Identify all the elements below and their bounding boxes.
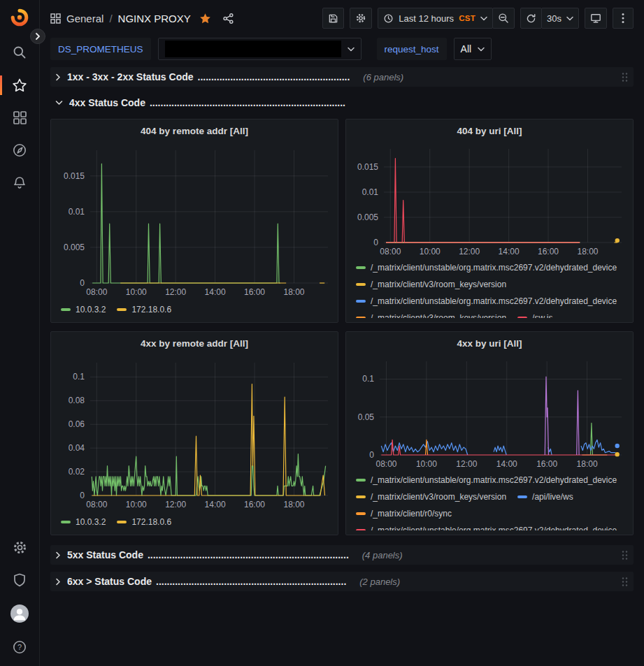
refresh-interval-picker[interactable]: 30s — [541, 8, 579, 29]
timeseries-chart-404-by-uri[interactable]: 00.0050.010.01508:0010:0012:0014:0016:00… — [352, 140, 629, 259]
help-circle-icon: ? — [12, 639, 27, 655]
legend-item[interactable]: /api/live/ws — [517, 488, 573, 505]
legend-series-label: /_matrix/client/unstable/org.matrix.msc2… — [371, 263, 617, 273]
legend-item[interactable]: /_matrix/client/unstable/org.matrix.msc2… — [356, 472, 617, 488]
legend-item[interactable]: /sw.js — [517, 310, 552, 318]
save-dashboard-button[interactable] — [322, 8, 344, 29]
legend-item[interactable]: /_matrix/client/r0/sync — [356, 505, 452, 522]
legend-series-swatch — [117, 308, 127, 311]
svg-text:0: 0 — [80, 491, 85, 500]
shield-icon — [12, 572, 27, 588]
timeseries-chart-4xx-by-remote-addr[interactable]: 00.020.040.060.080.108:0010:0012:0014:00… — [57, 353, 334, 514]
svg-text:10:00: 10:00 — [416, 459, 437, 469]
legend-item[interactable]: 172.18.0.6 — [117, 514, 171, 530]
svg-text:0: 0 — [373, 238, 378, 247]
svg-text:0.05: 0.05 — [358, 412, 375, 422]
svg-text:14:00: 14:00 — [205, 500, 226, 509]
panel-title[interactable]: 4xx by remote addr [All] — [57, 335, 332, 353]
legend-series-swatch — [117, 521, 127, 523]
dashboard-settings-button[interactable] — [350, 8, 372, 29]
svg-text:08:00: 08:00 — [375, 459, 396, 469]
legend-series-swatch — [517, 495, 527, 498]
dashboard-row-4xx[interactable]: 4xx Status Code ........................… — [50, 94, 634, 112]
legend-item[interactable]: /_matrix/client/unstable/org.matrix.msc2… — [356, 293, 617, 310]
panel-4xx-by-remote-addr: 4xx by remote addr [All] 00.020.040.060.… — [50, 331, 338, 535]
legend-item[interactable]: /_matrix/client/unstable/org.matrix.msc2… — [356, 259, 617, 276]
panel-title[interactable]: 404 by uri [All] — [352, 122, 627, 140]
sidebar-item-explore[interactable] — [0, 143, 39, 158]
chevron-down-icon — [478, 47, 485, 52]
legend-item[interactable]: /_matrix/client/unstable/org.matrix.msc2… — [356, 522, 617, 530]
svg-text:0.04: 0.04 — [69, 443, 85, 453]
legend-series-swatch — [517, 317, 527, 318]
panel-title[interactable]: 4xx by uri [All] — [352, 335, 627, 353]
sidebar-item-configuration[interactable] — [0, 540, 39, 556]
legend-series-label: 172.18.0.6 — [131, 305, 171, 314]
legend-item[interactable]: /_matrix/client/v3/room_keys/version — [356, 310, 506, 318]
sidebar-item-search[interactable] — [0, 45, 39, 60]
row-drag-handle[interactable] — [622, 550, 628, 560]
gear-icon — [12, 540, 28, 556]
dashboard-row-1xx-3xx-2xx[interactable]: 1xx - 3xx - 2xx Status Code ............… — [50, 67, 634, 87]
variable-label-request-host[interactable]: request_host — [377, 38, 447, 60]
more-options-button[interactable] — [613, 8, 634, 29]
legend-item[interactable]: /_matrix/client/v3/room_keys/version — [356, 488, 506, 505]
panel-title[interactable]: 404 by remote addr [All] — [57, 122, 332, 140]
sidebar-item-starred[interactable] — [0, 78, 39, 93]
sidebar-item-dashboards[interactable] — [0, 110, 39, 125]
dashboard-row-6xx[interactable]: 6xx > Status Code ......................… — [50, 572, 634, 591]
legend-series-label: 10.0.3.2 — [76, 517, 106, 527]
sidebar-expand-button[interactable] — [30, 29, 45, 44]
row-title: 6xx > Status Code — [67, 576, 152, 587]
svg-text:10:00: 10:00 — [126, 500, 147, 509]
breadcrumb-folder[interactable]: General — [66, 13, 103, 24]
sidebar-item-alerting[interactable] — [0, 175, 39, 191]
panel-404-by-remote-addr: 404 by remote addr [All] 00.0050.010.015… — [50, 119, 338, 323]
sidebar-item-server-admin[interactable] — [0, 572, 39, 588]
time-range-picker[interactable]: Last 12 hours CST — [378, 8, 493, 29]
svg-text:0: 0 — [369, 450, 374, 460]
svg-text:12:00: 12:00 — [456, 459, 477, 469]
refresh-button[interactable] — [520, 8, 542, 29]
row-title-dots: ........................................… — [148, 549, 349, 560]
svg-text:0.015: 0.015 — [357, 162, 378, 172]
legend-item[interactable]: 10.0.3.2 — [61, 301, 106, 318]
svg-text:12:00: 12:00 — [165, 287, 186, 297]
variable-label-ds-prometheus[interactable]: DS_PROMETHEUS — [50, 38, 151, 60]
star-icon — [12, 78, 27, 93]
row-drag-handle[interactable] — [622, 577, 628, 587]
timeseries-chart-404-by-remote-addr[interactable]: 00.0050.010.01508:0010:0012:0014:0016:00… — [57, 140, 334, 301]
svg-text:16:00: 16:00 — [538, 247, 559, 256]
datasource-select[interactable] — [158, 38, 362, 60]
tv-mode-button[interactable] — [585, 8, 607, 29]
breadcrumb-dashboard-title[interactable]: NGINX PROXY — [118, 13, 191, 24]
grafana-logo-icon[interactable] — [10, 8, 29, 27]
legend-item[interactable]: 172.18.0.6 — [117, 301, 171, 318]
sidebar-item-profile[interactable] — [0, 605, 39, 623]
share-icon[interactable] — [222, 13, 234, 24]
svg-text:?: ? — [17, 643, 22, 651]
row-drag-handle[interactable] — [622, 72, 628, 82]
svg-text:0.1: 0.1 — [362, 374, 374, 384]
sidebar-nav — [0, 45, 39, 191]
sidebar: ? — [0, 0, 40, 666]
row-title: 4xx Status Code — [69, 97, 145, 108]
dashboard-row-5xx[interactable]: 5xx Status Code ........................… — [50, 545, 634, 565]
chevron-down-icon — [566, 16, 573, 21]
legend-series-label: /_matrix/client/r0/sync — [371, 509, 452, 519]
bell-icon — [12, 175, 27, 191]
timeseries-chart-4xx-by-uri[interactable]: 00.050.108:0010:0012:0014:0016:0018:00 — [352, 353, 629, 472]
legend-item[interactable]: /_matrix/client/v3/room_keys/version — [356, 276, 506, 293]
legend-series-swatch — [356, 283, 366, 286]
legend-series-swatch — [356, 512, 366, 515]
request-host-select[interactable]: All — [454, 38, 492, 60]
chevron-right-icon — [55, 551, 61, 559]
favorite-star-icon[interactable] — [199, 13, 211, 24]
zoom-out-time-button[interactable] — [492, 8, 515, 29]
svg-text:0.1: 0.1 — [73, 372, 85, 382]
svg-text:0.005: 0.005 — [357, 212, 378, 222]
sidebar-item-help[interactable]: ? — [0, 639, 39, 655]
chart-legend: 10.0.3.2172.18.0.6 — [57, 301, 332, 318]
legend-item[interactable]: 10.0.3.2 — [61, 514, 106, 530]
apps-grid-icon — [13, 110, 27, 125]
